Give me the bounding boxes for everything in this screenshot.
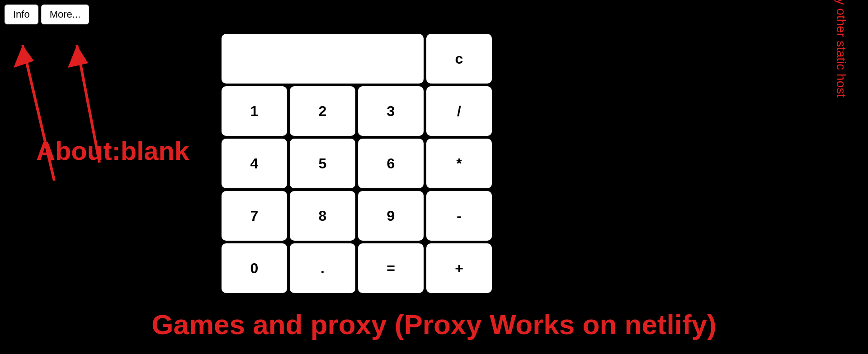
calc-key-5[interactable]: 5 xyxy=(290,139,355,188)
side-text: And any other static host xyxy=(834,0,848,98)
calc-key-8[interactable]: 8 xyxy=(290,191,355,241)
calc-key-add[interactable]: + xyxy=(426,243,492,293)
info-button[interactable]: Info xyxy=(5,5,38,24)
calc-key-divide[interactable]: / xyxy=(426,86,492,136)
calc-display xyxy=(222,34,424,84)
calc-key-6[interactable]: 6 xyxy=(358,139,424,188)
calc-key-1[interactable]: 1 xyxy=(222,86,287,136)
calc-key-decimal[interactable]: . xyxy=(290,243,355,293)
calc-key-c[interactable]: c xyxy=(426,34,492,84)
calc-key-9[interactable]: 9 xyxy=(358,191,424,241)
arrows-decoration xyxy=(9,23,154,194)
top-button-area: Info More... xyxy=(5,5,89,24)
about-blank-label: About:blank xyxy=(36,135,189,166)
calc-key-4[interactable]: 4 xyxy=(222,139,287,188)
svg-marker-3 xyxy=(68,45,88,68)
more-button[interactable]: More... xyxy=(41,5,89,24)
calc-key-3[interactable]: 3 xyxy=(358,86,424,136)
calc-key-0[interactable]: 0 xyxy=(222,243,287,293)
calculator-grid: c 1 2 3 / 4 5 6 * 7 8 9 - 0 . = + xyxy=(222,34,492,293)
calc-key-equals[interactable]: = xyxy=(358,243,424,293)
calc-key-multiply[interactable]: * xyxy=(426,139,492,188)
calc-key-2[interactable]: 2 xyxy=(290,86,355,136)
calc-key-subtract[interactable]: - xyxy=(426,191,492,241)
svg-marker-1 xyxy=(14,45,34,68)
bottom-text: Games and proxy (Proxy Works on netlify) xyxy=(0,308,868,340)
calc-key-7[interactable]: 7 xyxy=(222,191,287,241)
